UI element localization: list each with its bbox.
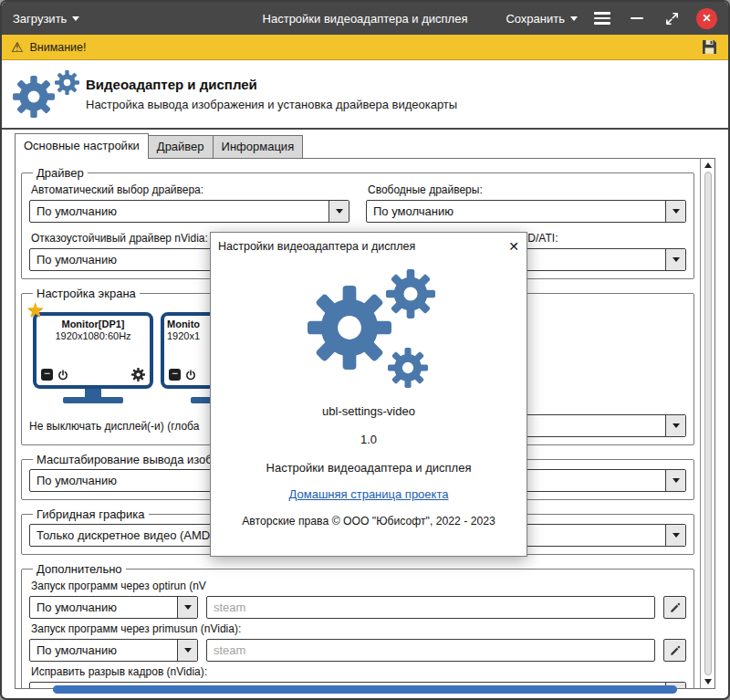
dialog-body: ubl-settings-video 1.0 Настройки видеоад… bbox=[211, 256, 527, 556]
dialog-close-button[interactable]: ✕ bbox=[508, 240, 519, 253]
dialog-title: Настройки видеоадаптера и дисплея bbox=[218, 240, 415, 253]
page-title: Видеоадаптер и дисплей bbox=[86, 77, 457, 92]
primus-label: Запуск программ через primusun (nVidia): bbox=[31, 622, 686, 635]
chevron-down-icon bbox=[177, 597, 197, 618]
chevron-down-icon bbox=[328, 201, 349, 222]
warning-bar: ⚠ Внимание! bbox=[2, 35, 728, 60]
optirun-edit-button[interactable] bbox=[663, 596, 686, 619]
vertical-scrollbar[interactable] bbox=[700, 159, 714, 688]
horizontal-scrollbar-thumb[interactable] bbox=[53, 685, 677, 694]
chevron-down-icon bbox=[665, 249, 685, 270]
save-config-button[interactable] bbox=[700, 37, 719, 57]
hamburger-icon bbox=[594, 12, 610, 25]
close-icon: ✕ bbox=[508, 239, 519, 254]
save-menu-button[interactable]: Сохранить bbox=[506, 12, 578, 26]
horizontal-scrollbar[interactable] bbox=[15, 684, 715, 695]
chevron-down-icon bbox=[177, 640, 197, 661]
dialog-description: Настройки видеоадаптера и дисплея bbox=[266, 461, 472, 475]
auto-driver-select[interactable]: По умолчанию bbox=[29, 200, 349, 223]
about-dialog: Настройки видеоадаптера и дисплея ✕ ubl-… bbox=[210, 232, 527, 557]
window-titlebar: Загрузить Настройки видеоадаптера и дисп… bbox=[2, 2, 728, 35]
monitor-stand bbox=[85, 389, 101, 397]
hybrid-group-legend: Гибридная графика bbox=[33, 507, 149, 521]
driver-group-legend: Драйвер bbox=[33, 166, 88, 180]
auto-driver-field: Автоматический выбор драйвера: По умолча… bbox=[29, 183, 349, 223]
power-icon[interactable] bbox=[184, 369, 197, 381]
monitor-screen: Monitor[DP1] 1920x1080:60Hz − bbox=[33, 312, 153, 389]
window-title: Настройки видеоадаптера и дисплея bbox=[263, 12, 468, 26]
page-subtitle: Настройка вывода изображения и установка… bbox=[86, 98, 457, 111]
monitor-settings-gear-icon[interactable] bbox=[131, 368, 145, 381]
minimize-display-icon[interactable]: − bbox=[41, 369, 53, 381]
optirun-command-input[interactable] bbox=[206, 596, 655, 619]
extra-group-legend: Дополнительно bbox=[33, 562, 126, 576]
screen-group-legend: Настройка экрана bbox=[33, 287, 140, 300]
tab-information[interactable]: Информация bbox=[213, 135, 304, 158]
power-icon[interactable] bbox=[57, 369, 69, 381]
favorite-star-icon: ★ bbox=[26, 300, 45, 320]
dialog-app-name: ubl-settings-video bbox=[322, 404, 415, 418]
app-window: Загрузить Настройки видеоадаптера и дисп… bbox=[0, 0, 730, 700]
free-driver-field: Свободные драйверы: По умолчанию bbox=[366, 183, 686, 223]
dialog-titlebar: Настройки видеоадаптера и дисплея ✕ bbox=[211, 233, 527, 256]
optirun-row: По умолчанию bbox=[29, 596, 686, 619]
free-driver-select[interactable]: По умолчанию bbox=[366, 200, 686, 223]
app-gears-icon bbox=[11, 68, 86, 120]
optirun-select[interactable]: По умолчанию bbox=[29, 596, 198, 619]
primus-row: По умолчанию bbox=[29, 639, 686, 662]
pencil-icon bbox=[669, 601, 682, 614]
chevron-down-icon bbox=[665, 470, 685, 491]
dpms-label: Не выключать дисплей(-и) (глоба bbox=[29, 420, 199, 433]
tearing-label: Исправить разрыв кадров (nVidia): bbox=[31, 665, 686, 678]
pencil-icon bbox=[669, 644, 682, 657]
app-header: Видеоадаптер и дисплей Настройка вывода … bbox=[2, 60, 728, 130]
primus-edit-button[interactable] bbox=[663, 639, 686, 662]
free-driver-label: Свободные драйверы: bbox=[368, 183, 686, 196]
chevron-down-icon bbox=[570, 16, 578, 21]
extra-group: Дополнительно Запуск программ через opti… bbox=[21, 562, 694, 689]
titlebar-controls: Сохранить ✕ bbox=[506, 8, 717, 29]
monitor-base bbox=[63, 397, 123, 403]
auto-driver-label: Автоматический выбор драйвера: bbox=[31, 183, 349, 196]
tab-main-settings[interactable]: Основные настройки bbox=[15, 133, 149, 159]
warning-label: Внимание! bbox=[29, 41, 86, 54]
menu-button[interactable] bbox=[592, 8, 612, 28]
tab-driver[interactable]: Драйвер bbox=[148, 135, 214, 158]
primus-command-input[interactable] bbox=[206, 639, 655, 662]
floppy-icon bbox=[700, 37, 719, 57]
primus-select[interactable]: По умолчанию bbox=[29, 639, 198, 662]
chevron-down-icon bbox=[665, 525, 685, 546]
monitor-widget-dp1[interactable]: ★ Monitor[DP1] 1920x1080:60Hz − bbox=[33, 312, 153, 403]
dialog-version: 1.0 bbox=[360, 433, 377, 446]
minimize-icon bbox=[631, 17, 643, 20]
close-button[interactable]: ✕ bbox=[696, 8, 717, 29]
save-menu-label: Сохранить bbox=[506, 12, 565, 26]
load-menu-label: Загрузить bbox=[13, 12, 67, 26]
scaling-group-legend: Масштабирование вывода изобр bbox=[33, 453, 223, 466]
app-gears-icon bbox=[300, 269, 437, 388]
homepage-link[interactable]: Домашняя страница проекта bbox=[289, 487, 449, 501]
chevron-down-icon bbox=[665, 201, 685, 222]
minimize-display-icon[interactable]: − bbox=[169, 369, 181, 381]
minimize-button[interactable] bbox=[627, 8, 647, 28]
dialog-copyright: Авторские права © ООО "Юбисофт", 2022 - … bbox=[242, 515, 495, 528]
chevron-down-icon bbox=[665, 415, 685, 436]
scroll-up-icon[interactable] bbox=[704, 162, 712, 168]
optirun-label: Запуск программ через optirun (nV bbox=[31, 580, 686, 592]
app-header-text: Видеоадаптер и дисплей Настройка вывода … bbox=[86, 77, 457, 111]
close-icon: ✕ bbox=[702, 13, 711, 24]
monitor-name: Monitor[DP1] bbox=[36, 319, 150, 329]
maximize-button[interactable] bbox=[662, 8, 682, 28]
monitor-resolution: 1920x1080:60Hz bbox=[36, 330, 150, 341]
chevron-down-icon bbox=[72, 16, 79, 21]
vertical-scrollbar-thumb[interactable] bbox=[704, 172, 712, 675]
tab-bar: Основные настройки Драйвер Информация bbox=[15, 133, 728, 158]
load-menu-button[interactable]: Загрузить bbox=[13, 12, 79, 26]
warning-icon: ⚠ bbox=[11, 40, 23, 54]
expand-icon bbox=[664, 11, 680, 26]
